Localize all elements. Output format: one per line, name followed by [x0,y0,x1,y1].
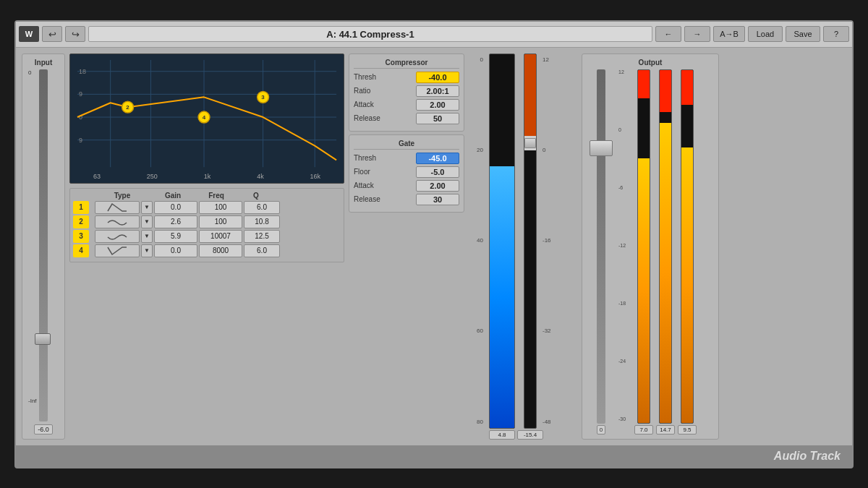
meter-db-neg16: -16 [542,237,558,244]
band-4-gain[interactable]: 0.0 [154,244,197,257]
band-3-shape[interactable] [95,230,140,243]
compressor-ratio-label: Ratio [354,87,390,95]
meter-scale-20: 20 [469,147,483,153]
gate-attack-value[interactable]: 2.00 [416,180,459,192]
meter-scale-60: 60 [469,328,483,334]
gain-reduction-meter [524,53,537,429]
input-scale-top: 0 [28,69,37,76]
meter-db-neg32: -32 [542,328,558,334]
help-button[interactable]: ? [823,26,849,42]
band-1-freq[interactable]: 100 [199,201,242,214]
compressor-release-label: Release [354,114,390,122]
compressor-ratio-value[interactable]: 2.00:1 [416,85,459,97]
eq-band-row-3: 3 ▼ 5.9 10007 12.5 [73,230,341,243]
eq-table-header: Type Gain Freq Q [73,192,341,200]
dynamics-section: Compressor Thresh -40.0 Ratio 2.00:1 Att… [349,53,464,440]
band-2-num[interactable]: 2 [73,215,89,228]
band-3-gain[interactable]: 5.9 [154,230,197,243]
meter-db-neg48: -48 [542,419,558,425]
band-2-dropdown[interactable]: ▼ [141,215,153,228]
bottom-bar: Audio Track [16,445,852,467]
band-1-dropdown[interactable]: ▼ [141,201,153,214]
meter-scale-0: 0 [469,56,483,63]
out-scale-n24: -24 [618,359,631,364]
band-3-freq[interactable]: 10007 [199,230,242,243]
band-1-gain[interactable]: 0.0 [154,201,197,214]
compressor-thresh-label: Thresh [354,73,390,81]
output-meters-group: 0 12 0 -6 -12 -18 -24 -30 [587,69,714,435]
svg-text:9: 9 [79,136,82,143]
band-1-q[interactable]: 6.0 [244,201,280,214]
band-3-q[interactable]: 12.5 [244,230,280,243]
gate-thresh-row: Thresh -45.0 [354,153,459,164]
main-level-meter [489,53,515,429]
compressor-ratio-row: Ratio 2.00:1 [354,85,459,97]
gate-release-row: Release 30 [354,194,459,205]
main-area: Input 0 -Inf -6.0 [16,48,852,445]
eq-curve-svg: 18 9 0 9 2 3 4 [70,54,344,183]
band-1-num[interactable]: 1 [73,201,89,214]
undo-button[interactable]: ↩ [42,26,62,42]
compressor-attack-label: Attack [354,100,390,108]
band-2-gain[interactable]: 2.6 [154,215,197,228]
band-4-freq[interactable]: 8000 [199,244,242,257]
compressor-attack-row: Attack 2.00 [354,99,459,111]
band-4-q[interactable]: 6.0 [244,244,280,257]
gate-title: Gate [354,140,459,150]
band-4-num[interactable]: 4 [73,244,89,257]
ab-compare-button[interactable]: A→B [713,26,745,42]
out-scale-0: 0 [618,127,631,132]
load-button[interactable]: Load [748,26,783,42]
output-meter-3 [681,69,694,424]
gate-floor-value[interactable]: -5.0 [416,166,459,178]
save-button[interactable]: Save [786,26,820,42]
gate-attack-label: Attack [354,181,390,189]
output-label: Output [587,59,714,67]
main-meters-display: 0 20 40 60 80 4.8 [469,53,577,440]
band-2-q[interactable]: 10.8 [244,215,280,228]
gate-thresh-value[interactable]: -45.0 [416,153,459,164]
band-1-shape[interactable] [95,201,140,214]
meter-db-0: 0 [542,147,558,153]
output-meter-1 [637,69,650,424]
band-2-shape[interactable] [95,215,140,228]
band-2-freq[interactable]: 100 [199,215,242,228]
gate-attack-row: Attack 2.00 [354,180,459,192]
eq-section: 18 9 0 9 2 3 4 63 250 [69,53,344,440]
output-fader[interactable] [590,140,613,156]
prev-preset-button[interactable]: ← [655,26,681,42]
eq-display[interactable]: 18 9 0 9 2 3 4 63 250 [69,53,344,184]
compressor-release-value[interactable]: 50 [416,113,459,124]
compressor-panel: Compressor Thresh -40.0 Ratio 2.00:1 Att… [349,53,464,132]
redo-button[interactable]: ↪ [65,26,85,42]
compressor-title: Compressor [354,59,459,69]
compressor-thresh-value[interactable]: -40.0 [416,72,459,83]
output-section: Output 0 12 0 -6 -12 -18 -24 -30 [582,53,719,440]
eq-band-table: Type Gain Freq Q 1 ▼ 0.0 100 [69,188,344,262]
svg-text:9: 9 [79,90,82,98]
waves-logo: W [19,26,39,42]
gate-release-value[interactable]: 30 [416,194,459,205]
gain-reduction-value: -15.4 [517,430,543,440]
input-value: -6.0 [34,424,53,435]
band-3-dropdown[interactable]: ▼ [141,230,153,243]
brand-name: Audio Track [774,450,841,463]
main-level-value: 4.8 [489,430,515,440]
next-preset-button[interactable]: → [684,26,710,42]
top-bar-right: ← → A→B Load Save ? [655,26,849,42]
compressor-thresh-row: Thresh -40.0 [354,72,459,83]
output-meter-2-value: 14.7 [656,425,675,435]
meter-scale-80: 80 [469,419,483,425]
out-scale-12: 12 [618,69,631,74]
gate-panel: Gate Thresh -45.0 Floor -5.0 Attack 2.00… [349,134,464,213]
band-4-dropdown[interactable]: ▼ [141,244,153,257]
band-3-num[interactable]: 3 [73,230,89,243]
compressor-attack-value[interactable]: 2.00 [416,99,459,111]
meter-scale-40: 40 [469,237,483,244]
gate-floor-row: Floor -5.0 [354,166,459,178]
meter-db-top: 12 [542,56,558,63]
band-4-shape[interactable] [95,244,140,257]
gate-floor-label: Floor [354,168,390,176]
input-fader[interactable] [35,333,51,345]
svg-text:18: 18 [79,67,86,74]
